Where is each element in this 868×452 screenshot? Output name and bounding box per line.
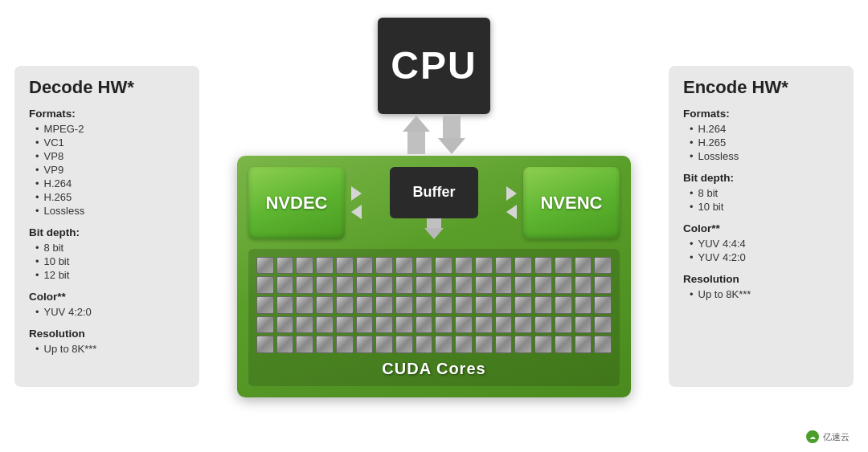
cuda-core bbox=[256, 276, 274, 294]
cuda-core bbox=[336, 276, 354, 294]
encode-bit-depth-label: Bit depth: bbox=[683, 172, 839, 184]
cpu-label: CPU bbox=[391, 43, 477, 88]
cuda-core bbox=[534, 296, 552, 314]
cuda-core bbox=[256, 316, 274, 334]
cuda-core bbox=[416, 257, 433, 275]
cuda-core bbox=[475, 296, 493, 314]
cuda-core bbox=[375, 296, 393, 314]
cuda-core bbox=[495, 257, 513, 275]
arrow-shaft-up bbox=[407, 132, 425, 154]
list-item: H.265 bbox=[35, 191, 185, 203]
h-arrow-left-icon bbox=[351, 205, 362, 219]
decode-bit-depth-list: 8 bit 10 bit 12 bit bbox=[29, 242, 185, 281]
cuda-core bbox=[575, 336, 592, 353]
cuda-core bbox=[356, 257, 374, 275]
list-item: VC1 bbox=[35, 136, 185, 149]
h-arrow-left2-icon bbox=[506, 205, 517, 219]
list-item: 8 bit bbox=[35, 242, 185, 254]
center-diagram: CPU NVDEC bbox=[199, 10, 669, 443]
cuda-core bbox=[435, 316, 452, 334]
cuda-core bbox=[316, 276, 334, 294]
main-container: Decode HW* Formats: MPEG-2 VC1 VP8 VP9 H… bbox=[0, 0, 868, 452]
cuda-core bbox=[316, 336, 334, 353]
cuda-core bbox=[455, 296, 473, 314]
list-item: 8 bit bbox=[690, 187, 839, 199]
cuda-core bbox=[495, 336, 513, 353]
left-panel: Decode HW* Formats: MPEG-2 VC1 VP8 VP9 H… bbox=[14, 66, 199, 387]
nvenc-label: NVENC bbox=[540, 193, 602, 214]
right-panel: Encode HW* Formats: H.264 H.265 Lossless… bbox=[669, 66, 854, 387]
cuda-core bbox=[395, 296, 413, 314]
cuda-core bbox=[495, 316, 513, 334]
cuda-core bbox=[594, 336, 612, 353]
arrow-head-down-icon bbox=[438, 138, 465, 154]
decode-color-label: Color** bbox=[29, 291, 185, 303]
cuda-core bbox=[534, 316, 552, 334]
cuda-core bbox=[575, 257, 592, 275]
list-item: Lossless bbox=[690, 150, 839, 162]
cuda-label: CUDA Cores bbox=[382, 360, 485, 378]
cuda-core bbox=[276, 257, 294, 275]
cuda-core bbox=[395, 276, 413, 294]
arrow-shaft-buffer-cuda bbox=[427, 218, 441, 228]
cuda-core bbox=[356, 336, 374, 353]
cuda-core bbox=[416, 296, 433, 314]
buffer-cuda-arrow bbox=[424, 218, 444, 239]
list-item: 12 bit bbox=[35, 269, 185, 281]
cuda-core bbox=[555, 316, 572, 334]
cuda-core bbox=[594, 257, 612, 275]
cuda-core bbox=[296, 316, 313, 334]
buffer-nvenc-arrows bbox=[506, 186, 517, 219]
cuda-core bbox=[594, 316, 612, 334]
cuda-core bbox=[455, 316, 473, 334]
cuda-core bbox=[356, 316, 374, 334]
cuda-core bbox=[336, 257, 354, 275]
decode-resolution-label: Resolution bbox=[29, 328, 185, 340]
cuda-core bbox=[296, 257, 313, 275]
nvdec-buffer-arrows bbox=[351, 186, 362, 219]
list-item: 10 bit bbox=[690, 201, 839, 213]
cuda-core bbox=[514, 316, 532, 334]
encode-formats-list: H.264 H.265 Lossless bbox=[683, 123, 839, 162]
cuda-core bbox=[495, 276, 513, 294]
decode-formats-label: Formats: bbox=[29, 108, 185, 120]
cuda-core bbox=[455, 336, 473, 353]
list-item: YUV 4:2:0 bbox=[690, 251, 839, 263]
cuda-core bbox=[555, 257, 572, 275]
cuda-section: CUDA Cores bbox=[248, 249, 620, 387]
encode-color-label: Color** bbox=[683, 222, 839, 234]
cuda-core bbox=[416, 336, 433, 353]
arrow-head-up-icon bbox=[403, 116, 430, 132]
h-arrow-right2-icon bbox=[506, 186, 517, 201]
decode-formats-list: MPEG-2 VC1 VP8 VP9 H.264 H.265 Lossless bbox=[29, 123, 185, 217]
cpu-gpu-arrows bbox=[402, 116, 466, 154]
decode-resolution-list: Up to 8K*** bbox=[29, 343, 185, 355]
buffer-block: Buffer bbox=[390, 167, 478, 218]
cuda-core bbox=[475, 257, 493, 275]
cuda-core bbox=[455, 257, 473, 275]
cuda-core bbox=[316, 316, 334, 334]
cuda-core bbox=[375, 336, 393, 353]
cuda-core bbox=[514, 296, 532, 314]
cuda-core bbox=[455, 276, 473, 294]
watermark: ☁ 亿速云 bbox=[800, 428, 855, 446]
cuda-core bbox=[514, 276, 532, 294]
cuda-core bbox=[296, 276, 313, 294]
list-item: 10 bit bbox=[35, 255, 185, 267]
list-item: Up to 8K*** bbox=[690, 288, 839, 300]
list-item: MPEG-2 bbox=[35, 123, 185, 135]
cuda-core bbox=[555, 336, 572, 353]
cuda-core bbox=[276, 296, 294, 314]
cuda-core bbox=[416, 316, 433, 334]
list-item: VP8 bbox=[35, 150, 185, 162]
decode-color-list: YUV 4:2:0 bbox=[29, 306, 185, 318]
cuda-core bbox=[276, 336, 294, 353]
cuda-core bbox=[435, 296, 452, 314]
cuda-core bbox=[575, 316, 592, 334]
nvdec-block: NVDEC bbox=[248, 167, 345, 239]
list-item: H.264 bbox=[35, 177, 185, 189]
cuda-core bbox=[416, 276, 433, 294]
buffer-label: Buffer bbox=[413, 184, 456, 201]
cuda-core bbox=[555, 296, 572, 314]
cuda-core bbox=[256, 257, 274, 275]
